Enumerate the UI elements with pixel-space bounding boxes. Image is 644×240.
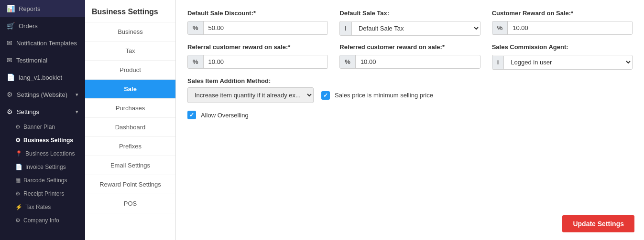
percent-prefix-referral: % [188,55,204,68]
sidebar-sub-barcode-settings[interactable]: ▦ Barcode Settings [0,174,85,187]
info-prefix-tax: i [340,22,352,35]
sidebar-sub-receipt-printers[interactable]: ⚙ Receipt Printers [0,187,85,200]
printer-icon: ⚙ [15,190,21,197]
tax-icon: ⚡ [15,204,22,210]
referred-reward-input[interactable] [356,55,480,68]
form-group-default-sale-tax: Default Sale Tax: i Default Sale Tax [339,10,480,36]
settings-website-icon: ⚙ [7,91,13,98]
reports-icon: 📊 [7,5,15,12]
default-sale-tax-select[interactable]: Default Sale Tax [352,21,480,35]
sidebar-sub-business-locations[interactable]: 📍 Business Locations [0,147,85,160]
allow-overselling-checkbox[interactable] [187,111,196,119]
sidebar-item-settings-website[interactable]: ⚙ Settings (Website) ▾ [0,86,85,103]
middle-nav-email-settings[interactable]: Email Settings [85,156,175,175]
chevron-down-icon: ▾ [76,92,78,98]
percent-prefix-referred: % [340,55,356,68]
default-sale-tax-select-wrapper: i Default Sale Tax [339,21,480,36]
middle-nav-purchases[interactable]: Purchases [85,99,175,118]
middle-nav-dashboard[interactable]: Dashboard [85,118,175,137]
middle-nav-product[interactable]: Product [85,61,175,80]
default-sale-discount-input[interactable] [204,21,328,34]
sidebar-item-testimonial[interactable]: ✉ Testimonial [0,52,85,69]
chevron-down-icon-settings: ▾ [76,109,78,115]
sidebar-sub-business-settings[interactable]: ⚙ Business Settings [0,134,85,147]
testimonial-icon: ✉ [7,56,12,64]
sidebar: 📊 Reports 🛒 Orders ✉ Notification Templa… [0,0,85,240]
middle-nav-prefixes[interactable]: Prefixes [85,137,175,156]
sales-commission-select-wrapper: i Logged in user [492,55,633,70]
referral-reward-input-group: % [187,55,328,69]
main-content: Default Sale Discount:* % Default Sale T… [176,0,644,240]
percent-prefix-reward: % [492,21,508,34]
form-group-customer-reward-on-sale: Customer Reward on Sale:* % [492,10,633,36]
sales-price-label: Sales price is minimum selling price [335,92,433,99]
update-settings-button[interactable]: Update Settings [562,215,634,232]
sales-commission-label: Sales Commission Agent: [492,43,633,51]
default-sale-discount-input-group: % [187,21,328,35]
customer-reward-input[interactable] [508,21,632,34]
booklet-icon: 📄 [7,73,15,81]
settings-icon: ⚙ [7,108,13,115]
sidebar-sub-tax-rates[interactable]: ⚡ Tax Rates [0,200,85,214]
middle-nav-reward-point-settings[interactable]: Reward Point Settings [85,175,175,194]
middle-nav-tax[interactable]: Tax [85,42,175,61]
sidebar-sub-banner-plan[interactable]: ⚙ Banner Plan [0,120,85,134]
barcode-icon: ▦ [15,177,21,184]
customer-reward-label: Customer Reward on Sale:* [492,10,633,17]
form-group-sales-commission: Sales Commission Agent: i Logged in user [492,43,633,70]
sales-item-addition-dropdown: Increase item quantity if it already ex.… [187,87,314,103]
sidebar-item-notification-templates[interactable]: ✉ Notification Templates [0,34,85,52]
allow-overselling-label: Allow Overselling [201,112,249,119]
middle-panel: Business Settings Business Tax Product S… [85,0,176,240]
sales-commission-select[interactable]: Logged in user [504,55,632,69]
sidebar-sub-company-info[interactable]: ⚙ Company Info [0,214,85,227]
sidebar-item-lang-booklet[interactable]: 📄 lang_v1.booklet [0,69,85,86]
form-group-referred-reward: Referred customer reward on sale:* % [339,43,480,70]
sidebar-item-reports[interactable]: 📊 Reports [0,0,85,17]
middle-nav-pos[interactable]: POS [85,194,175,213]
form-row-2: Referral customer reward on sale:* % Ref… [187,43,633,70]
invoice-icon: 📄 [15,164,22,170]
default-sale-discount-label: Default Sale Discount:* [187,10,328,17]
sales-item-addition-label: Sales Item Addition Method: [187,77,633,84]
default-sale-tax-label: Default Sale Tax: [339,10,480,17]
info-prefix-commission: i [492,56,504,69]
referred-reward-label: Referred customer reward on sale:* [339,43,480,51]
middle-panel-header: Business Settings [85,0,175,22]
sidebar-item-settings[interactable]: ⚙ Settings ▾ [0,103,85,120]
notification-icon: ✉ [7,39,12,47]
sidebar-item-orders[interactable]: 🛒 Orders [0,17,85,34]
orders-icon: 🛒 [7,22,15,30]
sales-price-checkbox[interactable] [321,91,330,100]
middle-nav-sale[interactable]: Sale [85,80,175,99]
form-row-1: Default Sale Discount:* % Default Sale T… [187,10,633,36]
sales-price-checkbox-row: Sales price is minimum selling price [321,91,433,100]
form-group-default-sale-discount: Default Sale Discount:* % [187,10,328,36]
referred-reward-input-group: % [339,55,480,69]
company-icon: ⚙ [15,217,21,224]
percent-prefix-discount: % [188,21,204,34]
allow-overselling-row: Allow Overselling [187,111,633,119]
location-icon: 📍 [15,150,22,157]
sales-item-addition-select[interactable]: Increase item quantity if it already ex.… [187,87,314,103]
banner-plan-icon: ⚙ [15,124,21,130]
sales-method-row: Increase item quantity if it already ex.… [187,87,633,103]
customer-reward-input-group: % [492,21,633,35]
business-settings-icon: ⚙ [15,137,21,144]
sidebar-sub-invoice-settings[interactable]: 📄 Invoice Settings [0,160,85,174]
middle-nav-business[interactable]: Business [85,22,175,42]
referral-reward-label: Referral customer reward on sale:* [187,43,328,51]
referral-reward-input[interactable] [204,55,328,68]
form-group-referral-reward: Referral customer reward on sale:* % [187,43,328,70]
